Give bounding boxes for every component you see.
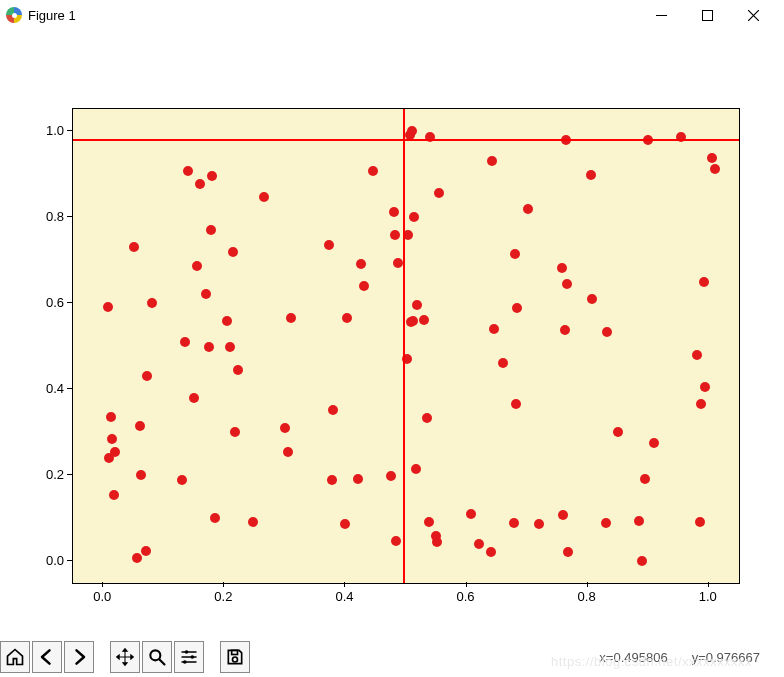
ytick-mark: [67, 474, 72, 475]
window-title: Figure 1: [28, 8, 76, 23]
scatter-point: [403, 230, 413, 240]
svg-rect-1: [702, 10, 712, 20]
scatter-point: [560, 325, 570, 335]
mpl-toolbar: x=0.495806 y=0.976667: [0, 637, 784, 677]
scatter-point: [328, 405, 338, 415]
arrow-left-icon: [37, 647, 57, 667]
sliders-icon: [179, 647, 199, 667]
zoom-button[interactable]: [142, 641, 172, 673]
scatter-point: [359, 281, 369, 291]
minimize-icon: [656, 10, 667, 21]
scatter-point: [129, 242, 139, 252]
scatter-point: [511, 399, 521, 409]
pan-button[interactable]: [110, 641, 140, 673]
scatter-point: [512, 303, 522, 313]
scatter-point: [109, 490, 119, 500]
ytick-label: 1.0: [46, 122, 64, 137]
scatter-point: [204, 342, 214, 352]
close-button[interactable]: [730, 0, 776, 30]
xtick-mark: [587, 582, 588, 587]
scatter-point: [523, 204, 533, 214]
titlebar: Figure 1: [0, 0, 784, 30]
scatter-point: [558, 510, 568, 520]
scatter-point: [486, 547, 496, 557]
scatter-point: [434, 188, 444, 198]
scatter-point: [710, 164, 720, 174]
xtick-mark: [223, 582, 224, 587]
crosshair-vertical: [403, 109, 405, 583]
subplots-button[interactable]: [174, 641, 204, 673]
scatter-point: [177, 475, 187, 485]
scatter-point: [613, 427, 623, 437]
move-icon: [115, 647, 135, 667]
ytick-mark: [67, 560, 72, 561]
xtick-mark: [466, 582, 467, 587]
minimize-button[interactable]: [638, 0, 684, 30]
xtick-mark: [102, 582, 103, 587]
scatter-point: [107, 434, 117, 444]
scatter-point: [135, 421, 145, 431]
close-icon: [748, 10, 759, 21]
scatter-point: [189, 393, 199, 403]
svg-rect-6: [232, 650, 238, 654]
scatter-point: [601, 518, 611, 528]
ytick-mark: [67, 130, 72, 131]
scatter-point: [692, 350, 702, 360]
scatter-point: [195, 179, 205, 189]
crosshair-horizontal: [73, 139, 739, 141]
scatter-point: [393, 258, 403, 268]
scatter-point: [419, 315, 429, 325]
scatter-point: [424, 517, 434, 527]
scatter-point: [103, 302, 113, 312]
scatter-point: [509, 518, 519, 528]
scatter-point: [110, 447, 120, 457]
scatter-point: [327, 475, 337, 485]
maximize-button[interactable]: [684, 0, 730, 30]
arrow-right-icon: [69, 647, 89, 667]
figure-canvas[interactable]: 0.00.20.40.60.81.00.00.20.40.60.81.0: [0, 30, 784, 637]
scatter-point: [562, 279, 572, 289]
ytick-label: 0.8: [46, 208, 64, 223]
save-icon: [225, 647, 245, 667]
forward-button[interactable]: [64, 641, 94, 673]
scatter-point: [201, 289, 211, 299]
scatter-point: [637, 556, 647, 566]
back-button[interactable]: [32, 641, 62, 673]
maximize-icon: [702, 10, 713, 21]
scatter-point: [707, 153, 717, 163]
scatter-point: [432, 537, 442, 547]
scatter-point: [207, 171, 217, 181]
scatter-point: [489, 324, 499, 334]
svg-point-3: [185, 650, 189, 654]
home-button[interactable]: [0, 641, 30, 673]
xtick-label: 0.0: [93, 589, 111, 604]
save-button[interactable]: [220, 641, 250, 673]
scatter-point: [228, 247, 238, 257]
scatter-point: [324, 240, 334, 250]
scatter-point: [587, 294, 597, 304]
matplotlib-icon: [6, 7, 22, 23]
ytick-mark: [67, 388, 72, 389]
scatter-point: [389, 207, 399, 217]
ytick-label: 0.6: [46, 294, 64, 309]
cursor-readout: x=0.495806 y=0.976667: [599, 650, 760, 665]
scatter-point: [259, 192, 269, 202]
svg-rect-0: [656, 15, 667, 16]
scatter-point: [586, 170, 596, 180]
scatter-point: [136, 470, 146, 480]
axes[interactable]: [72, 108, 740, 584]
ytick-mark: [67, 216, 72, 217]
scatter-point: [409, 212, 419, 222]
scatter-point: [283, 447, 293, 457]
scatter-point: [142, 371, 152, 381]
scatter-point: [407, 126, 417, 136]
scatter-point: [498, 358, 508, 368]
scatter-point: [640, 474, 650, 484]
xtick-mark: [708, 582, 709, 587]
scatter-point: [408, 316, 418, 326]
zoom-icon: [147, 647, 167, 667]
scatter-point: [210, 513, 220, 523]
scatter-point: [534, 519, 544, 529]
scatter-point: [391, 536, 401, 546]
cursor-x: x=0.495806: [599, 650, 667, 665]
